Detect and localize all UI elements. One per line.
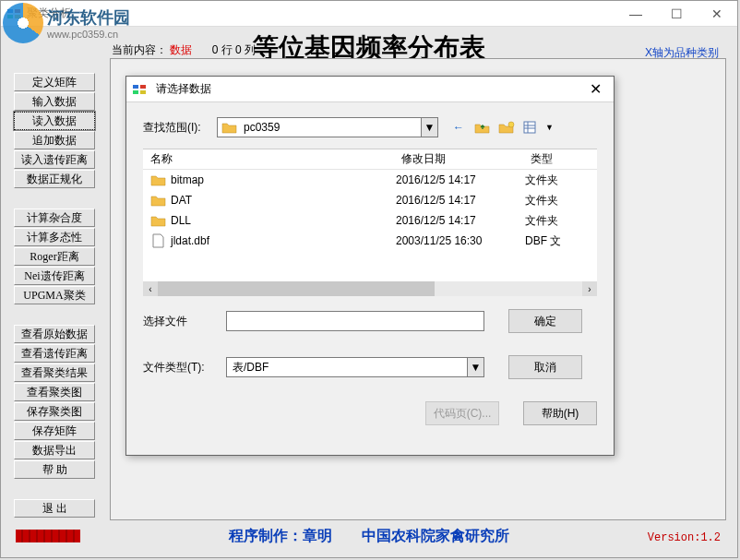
sidebar-help[interactable]: 帮 助 — [14, 460, 95, 479]
file-row[interactable]: jldat.dbf2003/11/25 16:30DBF 文 — [143, 231, 597, 251]
sidebar-input-data[interactable]: 输入数据 — [14, 92, 95, 111]
codepage-button: 代码页(C)... — [425, 401, 499, 425]
sidebar-normalize[interactable]: 数据正规化 — [14, 170, 95, 188]
dialog-icon — [132, 82, 147, 97]
filetype-row: 文件类型(T): 表/DBF ▼ 取消 — [143, 355, 597, 379]
sidebar-view-raw[interactable]: 查看原始数据 — [14, 325, 95, 343]
file-type: DBF 文 — [525, 233, 590, 249]
window-title: 聚类分析 — [27, 6, 615, 21]
sidebar-roger-distance[interactable]: Roger距离 — [14, 247, 95, 266]
close-button[interactable]: ✕ — [697, 1, 737, 27]
back-button[interactable]: ← — [449, 118, 468, 137]
footer-credit: 程序制作：章明 中国农科院家禽研究所 — [1, 527, 737, 546]
col-date[interactable]: 修改日期 — [394, 151, 523, 167]
svg-rect-3 — [15, 15, 20, 18]
nav-icons: ← ▼ — [449, 118, 554, 137]
svg-rect-4 — [133, 85, 138, 89]
file-row[interactable]: DLL2016/12/5 14:17文件夹 — [143, 210, 597, 231]
folder-icon — [221, 120, 238, 135]
window-buttons: — ☐ ✕ — [615, 1, 737, 27]
svg-rect-1 — [15, 9, 20, 13]
svg-rect-2 — [7, 15, 13, 18]
file-icon — [150, 233, 167, 248]
filetype-value: 表/DBF — [227, 360, 467, 375]
sidebar-define-matrix[interactable]: 定义矩阵 — [14, 73, 95, 91]
file-list-header: 名称 修改日期 类型 — [143, 149, 597, 170]
sidebar-group-1: 定义矩阵 输入数据 读入数据 追加数据 读入遗传距离 数据正规化 — [14, 73, 97, 188]
sidebar-upgma[interactable]: UPGMA聚类 — [14, 286, 95, 304]
select-file-label: 选择文件 — [143, 314, 226, 329]
sidebar-load-distance[interactable]: 读入遗传距离 — [14, 150, 95, 169]
file-type: 文件夹 — [525, 173, 590, 188]
sidebar: 定义矩阵 输入数据 读入数据 追加数据 读入遗传距离 数据正规化 计算杂合度 计… — [14, 73, 97, 538]
sidebar-heterozygosity[interactable]: 计算杂合度 — [14, 209, 95, 227]
file-list: 名称 修改日期 类型 bitmap2016/12/5 14:17文件夹DAT20… — [143, 149, 597, 296]
svg-rect-5 — [140, 85, 146, 89]
dialog-title: 请选择数据 — [152, 81, 577, 97]
version-label: Version:1.2 — [648, 531, 721, 544]
sidebar-group-3: 查看原始数据 查看遗传距离 查看聚类结果 查看聚类图 保存聚类图 保存矩阵 数据… — [14, 325, 97, 479]
help-row: 代码页(C)... 帮助(H) — [143, 401, 597, 425]
file-type: 文件夹 — [525, 213, 590, 229]
sidebar-export[interactable]: 数据导出 — [14, 441, 95, 459]
dropdown-icon[interactable]: ▼ — [421, 118, 437, 137]
folder-icon — [150, 193, 167, 208]
file-row[interactable]: bitmap2016/12/5 14:17文件夹 — [143, 170, 597, 190]
svg-rect-9 — [524, 122, 535, 133]
cancel-button[interactable]: 取消 — [508, 355, 582, 379]
sidebar-view-distance[interactable]: 查看遗传距离 — [14, 344, 95, 363]
up-folder-button[interactable] — [473, 118, 492, 137]
filetype-combo[interactable]: 表/DBF ▼ — [226, 357, 484, 377]
col-name[interactable]: 名称 — [143, 151, 394, 167]
lookin-row: 查找范围(I): pc0359 ▼ ← ▼ — [143, 117, 597, 137]
file-date: 2016/12/5 14:17 — [396, 194, 525, 207]
folder-icon — [150, 213, 167, 228]
sidebar-load-data[interactable]: 读入数据 — [14, 112, 95, 130]
sidebar-save-tree[interactable]: 保存聚类图 — [14, 402, 95, 421]
dialog-body: 查找范围(I): pc0359 ▼ ← ▼ — [126, 102, 614, 435]
view-menu-button[interactable] — [521, 118, 540, 137]
ok-button[interactable]: 确定 — [508, 309, 582, 333]
lookin-combo[interactable]: pc0359 ▼ — [217, 117, 438, 137]
file-row[interactable]: DAT2016/12/5 14:17文件夹 — [143, 190, 597, 210]
file-date: 2016/12/5 14:17 — [396, 173, 525, 186]
sidebar-view-tree[interactable]: 查看聚类图 — [14, 383, 95, 401]
scroll-thumb[interactable] — [158, 281, 435, 296]
svg-rect-0 — [7, 9, 13, 13]
scroll-right-icon[interactable]: › — [582, 281, 597, 296]
titlebar: 聚类分析 — ☐ ✕ — [1, 1, 737, 27]
chevron-down-icon[interactable]: ▼ — [545, 123, 554, 132]
select-file-row: 选择文件 确定 — [143, 309, 597, 333]
dialog-close-button[interactable]: ✕ — [577, 77, 614, 102]
col-type[interactable]: 类型 — [523, 151, 579, 167]
select-file-input[interactable] — [226, 311, 484, 331]
sidebar-view-cluster[interactable]: 查看聚类结果 — [14, 363, 95, 382]
scroll-track[interactable] — [158, 281, 582, 296]
file-type: 文件夹 — [525, 193, 590, 209]
lookin-label: 查找范围(I): — [143, 120, 217, 136]
minimize-button[interactable]: — — [615, 1, 656, 27]
svg-rect-6 — [133, 90, 138, 94]
maximize-button[interactable]: ☐ — [656, 1, 697, 27]
scroll-left-icon[interactable]: ‹ — [143, 281, 158, 296]
dropdown-icon[interactable]: ▼ — [467, 358, 483, 376]
sidebar-save-matrix[interactable]: 保存矩阵 — [14, 422, 95, 440]
svg-point-8 — [508, 122, 514, 127]
help-button[interactable]: 帮助(H) — [523, 401, 597, 425]
file-date: 2016/12/5 14:17 — [396, 214, 525, 227]
sidebar-nei-distance[interactable]: Nei遗传距离 — [14, 267, 95, 285]
sidebar-append-data[interactable]: 追加数据 — [14, 131, 95, 149]
app-icon — [6, 6, 21, 21]
folder-icon — [150, 173, 167, 187]
file-dialog: 请选择数据 ✕ 查找范围(I): pc0359 ▼ ← — [125, 76, 615, 456]
horizontal-scrollbar[interactable]: ‹ › — [143, 281, 597, 296]
dialog-titlebar: 请选择数据 ✕ — [126, 77, 614, 102]
file-name: DLL — [171, 214, 396, 227]
svg-rect-7 — [140, 90, 146, 94]
file-name: DAT — [171, 194, 396, 207]
lookin-value: pc0359 — [242, 121, 421, 134]
sidebar-exit[interactable]: 退 出 — [14, 499, 95, 518]
new-folder-button[interactable] — [497, 118, 516, 137]
filetype-label: 文件类型(T): — [143, 360, 226, 375]
sidebar-polymorphism[interactable]: 计算多态性 — [14, 228, 95, 246]
